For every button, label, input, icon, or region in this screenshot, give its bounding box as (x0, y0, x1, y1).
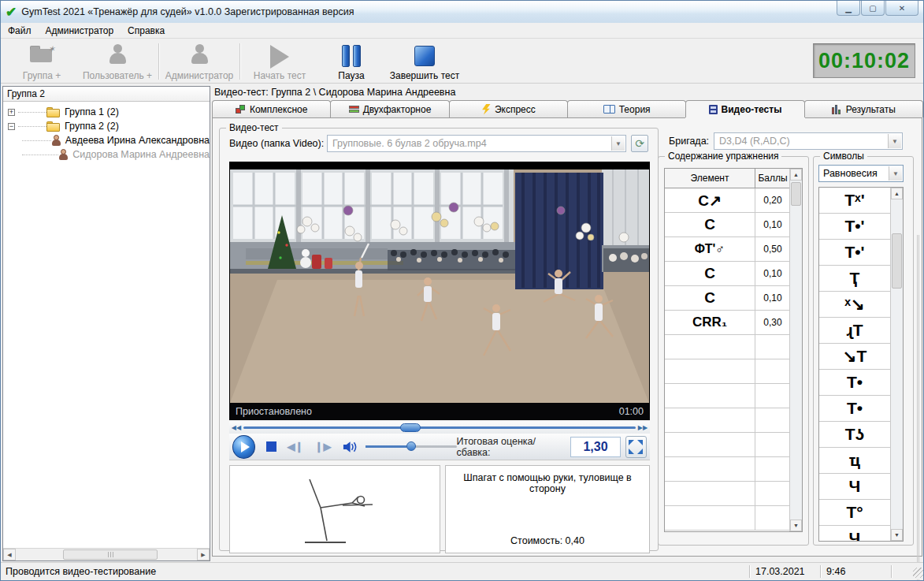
chevron-down-icon[interactable]: ▼ (889, 166, 902, 181)
scrollbar-thumb[interactable] (63, 549, 158, 560)
cubes-icon (236, 105, 246, 114)
table-row[interactable]: C0,10 (665, 213, 802, 237)
close-button[interactable]: ✕ (885, 1, 918, 16)
player-status: Приостановлено (236, 406, 312, 417)
seek-back-icon[interactable]: ◀◀ (229, 424, 243, 431)
tree-node-group1[interactable]: + Группа 1 (2) (3, 105, 210, 119)
group-folder-icon: ✶ (30, 46, 54, 63)
menu-bar: Файл Администратор Справка (1, 23, 923, 39)
table-row[interactable] (665, 384, 802, 408)
menu-administrator[interactable]: Администратор (39, 24, 121, 38)
seek-thumb[interactable] (400, 423, 421, 432)
element-figure-box (229, 465, 440, 553)
scroll-up-icon[interactable]: ▲ (891, 188, 903, 199)
toolbar-separator (158, 43, 159, 80)
resize-grip[interactable] (913, 568, 923, 578)
tab-results[interactable]: Результаты (804, 100, 923, 117)
table-row[interactable]: ΦТ'♂0,50 (665, 237, 802, 262)
toolbar-separator (239, 43, 240, 80)
element-description-box: Шпагат с помощью руки, туловище в сторон… (445, 465, 650, 553)
minimize-button[interactable]: ▁ (837, 1, 860, 16)
scroll-down-icon[interactable]: ▼ (891, 529, 903, 541)
next-frame-button[interactable]: ❙▶ (315, 441, 332, 453)
test-caption: Видео-тест: Группа 2 \ Сидорова Марина А… (212, 86, 922, 100)
table-row[interactable] (665, 359, 802, 384)
symbols-scrollbar[interactable]: ▲ ▼ (890, 188, 903, 541)
volume-slider[interactable] (366, 445, 457, 448)
scrollbar-thumb[interactable] (892, 233, 902, 289)
tab-dvukhfaktornoe[interactable]: Двухфакторное (330, 100, 449, 117)
table-row[interactable]: C0,10 (665, 262, 802, 286)
table-row[interactable] (665, 335, 802, 359)
element-figure-drawing (264, 470, 406, 549)
app-logo-check-icon: ✔ (6, 4, 17, 20)
element-description: Шпагат с помощью руки, туловище в сторон… (451, 472, 644, 494)
video-frame-scene (230, 169, 649, 403)
collapse-icon[interactable]: − (8, 123, 15, 130)
table-row[interactable] (665, 433, 802, 457)
groups-panel: Группа 2 + Группа 1 (2) − Группа 2 (2) А… (2, 86, 210, 561)
table-row[interactable]: C0,10 (665, 286, 802, 311)
expand-icon[interactable]: + (8, 109, 15, 116)
table-row[interactable]: CRR₁0,30 (665, 311, 802, 335)
tab-express[interactable]: Экспресс (449, 100, 568, 117)
table-row[interactable] (665, 457, 802, 482)
tree-node-user-sidorova[interactable]: Сидорова Марина Андреевна (3, 147, 210, 162)
column-element: Элемент (665, 169, 755, 188)
video-player[interactable]: Приостановлено 01:00 (229, 162, 650, 420)
menu-help[interactable]: Справка (121, 24, 172, 38)
stop-button[interactable] (266, 441, 276, 452)
pause-button[interactable]: Пауза (328, 41, 375, 81)
exercise-table-scrollbar[interactable]: ▲ ▼ (789, 169, 802, 531)
volume-thumb[interactable] (406, 441, 416, 451)
tree-node-user-avdeeva[interactable]: Авдеева Ирина Александровна (3, 133, 210, 147)
administrator-icon (189, 44, 210, 65)
table-row[interactable] (665, 506, 802, 531)
play-button[interactable] (232, 435, 255, 459)
scroll-right-icon[interactable]: ▶ (197, 549, 210, 561)
scrollbar-thumb[interactable] (791, 182, 801, 206)
symbols-list: Тˣ' Т•' Т•' Ҭ ˣ↘ ɻТ ↘Т Т• Т• Тʖ ҵ Ч Т° Ч… (818, 187, 904, 542)
add-user-button[interactable]: Пользователь + (81, 41, 154, 81)
user-icon (51, 135, 61, 147)
tab-teoriya[interactable]: Теория (567, 100, 686, 117)
tree-horizontal-scrollbar[interactable]: ◀ ▶ (3, 548, 210, 561)
table-row[interactable] (665, 482, 802, 506)
start-test-button[interactable]: Начать тест (247, 41, 313, 81)
finish-test-button[interactable]: Завершить тест (387, 41, 462, 81)
tree-node-group2[interactable]: − Группа 2 (2) (3, 119, 210, 133)
scroll-up-icon[interactable]: ▲ (790, 169, 802, 181)
tab-video-tests[interactable]: Видео-тесты (685, 100, 804, 117)
scroll-down-icon[interactable]: ▼ (790, 520, 802, 531)
table-row[interactable]: C↗0,20 (665, 188, 802, 213)
chevron-down-icon[interactable]: ▼ (888, 134, 901, 148)
menu-file[interactable]: Файл (1, 24, 39, 38)
speaker-icon[interactable] (342, 440, 358, 454)
tab-komplexnoe[interactable]: Комплексное (212, 100, 331, 117)
restore-button[interactable]: ▢ (861, 1, 885, 16)
add-group-button[interactable]: ✶ Группа + (10, 41, 73, 81)
final-score-label: Итоговая оценка/сбавка: (457, 436, 566, 458)
brigade-label: Бригада: (669, 136, 709, 147)
player-controls: ◀❙ ❙▶ Итоговая оценка/сбавка: 1,30 (229, 434, 650, 460)
seek-bar-row: ◀◀ ▶▶ (229, 422, 650, 434)
table-row[interactable] (665, 408, 802, 433)
symbols-category-combobox[interactable]: Равновесия ▼ (818, 165, 904, 182)
seek-bar[interactable] (243, 426, 636, 429)
seek-forward-icon[interactable]: ▶▶ (636, 424, 650, 431)
refresh-video-list-button[interactable]: ⟳ (631, 135, 648, 152)
folder-icon (46, 107, 61, 117)
fullscreen-arrows-icon (629, 440, 643, 454)
administrator-button[interactable]: Администратор (163, 41, 236, 81)
finish-test-stop-icon (414, 46, 435, 66)
video-file-combobox[interactable]: Групповые. 6 булав 2 обруча.mp4 ▼ (327, 135, 626, 152)
status-text: Проводится видео-тестирование (1, 564, 161, 579)
exercise-table: Элемент Баллы C↗0,20 C0,10 ΦТ'♂0,50 C0,1… (664, 168, 803, 532)
scroll-left-icon[interactable]: ◀ (3, 549, 16, 561)
chevron-down-icon[interactable]: ▼ (611, 136, 625, 151)
fullscreen-button[interactable] (625, 436, 647, 458)
previous-frame-button[interactable]: ◀❙ (288, 441, 304, 453)
video-overlay-bar: Приостановлено 01:00 (229, 403, 650, 420)
app-window: ✔ GymTest 2021 «Тренажёр для судей» v1.0… (0, 0, 924, 581)
brigade-combobox[interactable]: D3,D4 (R,AD,C) ▼ (714, 132, 903, 150)
